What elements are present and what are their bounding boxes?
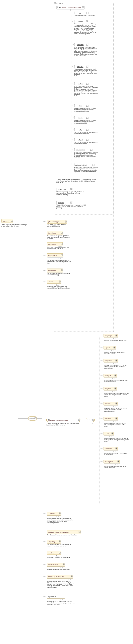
svg-text:0..∞: 0..∞ <box>112 378 115 380</box>
planning-desc: Details about the planned news coverage … <box>1 224 27 227</box>
attr-desc: The local identifier of the property. <box>74 15 98 16</box>
svg-text:0..∞: 0..∞ <box>56 555 59 557</box>
svg-text:+: + <box>91 149 92 151</box>
svg-text:itemClass: itemClass <box>48 232 56 234</box>
svg-text:+: + <box>118 461 119 462</box>
svg-text:pubconstraint: pubconstraint <box>76 149 86 151</box>
svg-text:scheduled: scheduled <box>48 270 56 272</box>
svg-text:service: service <box>49 281 54 283</box>
svg-text:+: + <box>112 433 113 434</box>
svg-text:whyuri: whyuri <box>78 139 83 141</box>
svg-text:+: + <box>87 105 88 107</box>
svg-text:dateline: dateline <box>105 418 111 420</box>
svg-text:+: + <box>63 564 64 566</box>
svg-text:+: + <box>71 202 72 204</box>
svg-text:+: + <box>115 375 116 376</box>
svg-text:pubconstrainturi: pubconstrainturi <box>75 164 87 166</box>
svg-text:0..∞: 0..∞ <box>60 567 63 568</box>
svg-text:g2contentType: g2contentType <box>48 221 59 223</box>
svg-text:+: + <box>65 221 66 222</box>
svg-text:keyword: keyword <box>105 360 112 362</box>
svg-text:0..∞: 0..∞ <box>112 391 115 392</box>
svg-text:0..∞: 0..∞ <box>56 516 59 518</box>
svg-text:+: + <box>116 448 117 450</box>
svg-text:custom: custom <box>78 83 83 85</box>
svg-text:audience: audience <box>48 552 55 554</box>
svg-text:0..∞: 0..∞ <box>113 363 116 364</box>
svg-text:+: + <box>59 513 60 514</box>
svg-text:+: + <box>87 66 88 68</box>
svg-text:urgency: urgency <box>49 541 55 543</box>
svg-text:+: + <box>87 117 88 119</box>
svg-text:creatoruri: creatoruri <box>77 44 84 46</box>
svg-text:language: language <box>105 335 112 337</box>
svg-text:+: + <box>87 12 88 14</box>
common-group-desc: A group of attributes for all elements o… <box>56 179 96 183</box>
svg-text:0..∞: 0..∞ <box>113 406 116 408</box>
svg-text:subject: subject <box>105 375 111 377</box>
svg-text:+: + <box>61 254 62 256</box>
svg-text:description: description <box>105 461 113 463</box>
svg-text:+: + <box>59 552 60 554</box>
svg-text:+: + <box>71 188 72 190</box>
svg-text:+: + <box>79 531 80 533</box>
commonPowerAttributes-label: commonPowerAttributes <box>62 7 81 8</box>
attributes-header: attributes <box>56 2 63 4</box>
svg-text:headline: headline <box>105 403 112 405</box>
svg-text:0..∞: 0..∞ <box>56 284 59 286</box>
svg-text:modified: modified <box>77 66 83 68</box>
svg-text:0..∞: 0..∞ <box>115 464 118 466</box>
svg-text:how: how <box>79 105 82 107</box>
svg-text:+: + <box>116 403 117 404</box>
svg-text:0..∞: 0..∞ <box>60 599 63 600</box>
svg-text:+: + <box>61 270 62 271</box>
svg-text:+: + <box>59 281 60 282</box>
svg-text:0..∞: 0..∞ <box>113 338 116 340</box>
svg-text:0..∞: 0..∞ <box>113 451 116 452</box>
svg-text:by: by <box>107 433 109 435</box>
svg-text:+: + <box>116 418 117 420</box>
svg-text:+: + <box>71 576 72 578</box>
svg-text:+: + <box>116 335 117 336</box>
svg-text:0..∞: 0..∞ <box>113 421 116 422</box>
svg-text:creator: creator <box>78 20 83 22</box>
svg-text:why: why <box>79 129 82 131</box>
svg-text:assignedTo: assignedTo <box>48 254 57 256</box>
svg-text:+: + <box>116 360 117 362</box>
svg-text:any ##other: any ##other <box>47 596 56 598</box>
svg-text:+: + <box>87 139 88 141</box>
svg-text:newsContentCharacteristics: newsContentCharacteristics <box>48 531 70 533</box>
svg-text:+: + <box>59 541 60 542</box>
svg-text:+: + <box>61 243 62 245</box>
svg-text:+: + <box>93 164 94 166</box>
svg-text:0..∞: 0..∞ <box>111 350 114 352</box>
svg-text:+: + <box>61 232 62 234</box>
svg-text:+: + <box>87 129 88 131</box>
svg-text:+: + <box>114 347 115 348</box>
dm-seq-occ: 0..∞ <box>90 423 93 424</box>
svg-text:planning: planning <box>3 220 9 222</box>
svg-text:+: + <box>87 20 88 22</box>
svg-text:+: + <box>87 83 88 85</box>
svg-text:DescriptiveMetadataGroup: DescriptiveMetadataGroup <box>48 419 68 421</box>
svg-text:slugline: slugline <box>105 388 111 390</box>
svg-text:coversto: coversto <box>58 202 64 204</box>
svg-text:planningExtProperty: planningExtProperty <box>48 576 64 578</box>
grp-label: grp <box>59 6 61 8</box>
svg-text:0..∞: 0..∞ <box>68 579 71 580</box>
svg-text:+: + <box>115 388 116 390</box>
svg-text:0..∞: 0..∞ <box>109 436 112 438</box>
svg-text:edNote: edNote <box>50 513 55 515</box>
svg-text:itemCount: itemCount <box>48 243 56 245</box>
svg-text:genre: genre <box>106 347 110 349</box>
svg-text:coversfrom: coversfrom <box>58 188 66 190</box>
svg-text:creditline: creditline <box>105 448 112 450</box>
svg-text:0..∞: 0..∞ <box>58 258 61 259</box>
svg-text:+: + <box>87 44 88 46</box>
svg-text:exclAudience: exclAudience <box>48 564 58 566</box>
svg-text:howuri: howuri <box>78 117 83 119</box>
svg-text:id: id <box>79 12 81 14</box>
